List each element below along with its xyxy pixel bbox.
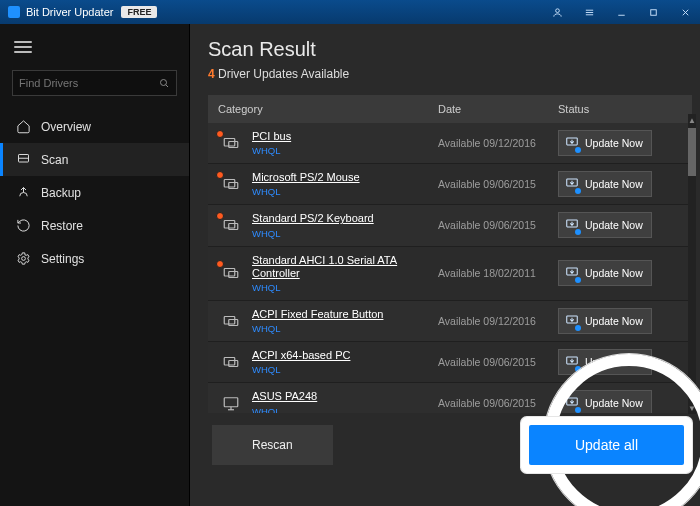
svg-rect-28	[224, 358, 235, 366]
update-now-button[interactable]: Update Now	[558, 390, 652, 413]
updates-count: 4	[208, 67, 215, 81]
settings-menu-icon[interactable]	[574, 0, 604, 24]
download-icon	[565, 313, 579, 329]
sidebar-item-label: Overview	[41, 120, 91, 134]
svg-rect-25	[224, 317, 235, 325]
sidebar-item-label: Restore	[41, 219, 83, 233]
download-icon	[565, 176, 579, 192]
driver-name-link[interactable]: Standard AHCI 1.0 Serial ATA Controller	[252, 254, 438, 280]
whql-label: WHQL	[252, 186, 438, 197]
update-now-button[interactable]: Update Now	[558, 212, 652, 238]
scan-icon	[16, 152, 31, 167]
footer-bar: Rescan Update all	[208, 425, 692, 465]
driver-name-link[interactable]: PCI bus	[252, 130, 438, 143]
driver-status: Update Now	[558, 308, 668, 334]
update-now-button[interactable]: Update Now	[558, 260, 652, 286]
driver-status: Update Now	[558, 171, 668, 197]
download-icon	[565, 265, 579, 281]
svg-rect-14	[229, 142, 238, 148]
updates-suffix: Driver Updates Available	[215, 67, 350, 81]
driver-name-link[interactable]: Microsoft PS/2 Mouse	[252, 171, 438, 184]
svg-point-0	[555, 8, 559, 12]
main-content: Scan Result 4 Driver Updates Available C…	[190, 24, 700, 506]
home-icon	[16, 119, 31, 134]
search-icon	[158, 77, 170, 89]
device-icon	[218, 310, 244, 332]
minimize-button[interactable]	[606, 0, 636, 24]
table-row: ACPI x64-based PCWHQLAvailable 09/06/201…	[208, 342, 692, 383]
table-row: Standard PS/2 KeyboardWHQLAvailable 09/0…	[208, 205, 692, 246]
whql-label: WHQL	[252, 282, 438, 293]
driver-name-link[interactable]: ACPI x64-based PC	[252, 349, 438, 362]
col-date: Date	[438, 103, 558, 115]
download-icon	[565, 395, 579, 411]
driver-date: Available 09/06/2015	[438, 397, 558, 409]
svg-rect-22	[224, 269, 235, 277]
sidebar-item-label: Settings	[41, 252, 84, 266]
driver-name-cell: ACPI Fixed Feature ButtonWHQL	[252, 308, 438, 334]
sidebar-item-backup[interactable]: Backup	[0, 176, 189, 209]
driver-status: Update Now	[558, 212, 668, 238]
scroll-thumb[interactable]	[688, 128, 696, 176]
close-button[interactable]	[670, 0, 700, 24]
search-input-wrapper[interactable]	[12, 70, 177, 96]
driver-date: Available 18/02/2011	[438, 267, 558, 279]
table-row: PCI busWHQLAvailable 09/12/2016Update No…	[208, 123, 692, 164]
svg-point-12	[22, 257, 26, 261]
table-body: PCI busWHQLAvailable 09/12/2016Update No…	[208, 123, 692, 413]
whql-label: WHQL	[252, 406, 438, 414]
driver-name-cell: Microsoft PS/2 MouseWHQL	[252, 171, 438, 197]
svg-point-8	[161, 80, 167, 86]
driver-table: Category Date Status PCI busWHQLAvailabl…	[208, 95, 692, 413]
sidebar: Overview Scan Backup Restore Settings	[0, 24, 190, 506]
sidebar-item-scan[interactable]: Scan	[0, 143, 189, 176]
update-now-button[interactable]: Update Now	[558, 349, 652, 375]
driver-name-cell: Standard AHCI 1.0 Serial ATA ControllerW…	[252, 254, 438, 293]
device-icon	[218, 262, 244, 284]
driver-name-link[interactable]: ACPI Fixed Feature Button	[252, 308, 438, 321]
driver-name-link[interactable]: Standard PS/2 Keyboard	[252, 212, 438, 225]
driver-status: Update Now	[558, 130, 668, 156]
rescan-button[interactable]: Rescan	[212, 425, 333, 465]
whql-label: WHQL	[252, 323, 438, 334]
app-logo-icon	[8, 6, 20, 18]
update-now-label: Update Now	[585, 356, 643, 368]
driver-name-link[interactable]: ASUS PA248	[252, 390, 438, 403]
table-row: Microsoft PS/2 MouseWHQLAvailable 09/06/…	[208, 164, 692, 205]
driver-date: Available 09/06/2015	[438, 219, 558, 231]
download-icon	[565, 135, 579, 151]
window-controls	[542, 0, 700, 24]
table-row: ACPI Fixed Feature ButtonWHQLAvailable 0…	[208, 301, 692, 342]
search-input[interactable]	[19, 77, 158, 89]
scrollbar[interactable]: ▲ ▼	[688, 114, 696, 414]
page-title: Scan Result	[208, 38, 692, 61]
scroll-down-icon[interactable]: ▼	[688, 402, 696, 414]
sidebar-item-overview[interactable]: Overview	[0, 110, 189, 143]
update-all-button[interactable]: Update all	[529, 425, 684, 465]
table-row: Standard AHCI 1.0 Serial ATA ControllerW…	[208, 247, 692, 301]
update-now-button[interactable]: Update Now	[558, 171, 652, 197]
driver-status: Update Now	[558, 349, 668, 375]
device-icon	[218, 173, 244, 195]
svg-rect-19	[224, 221, 235, 229]
col-status: Status	[558, 103, 668, 115]
scroll-up-icon[interactable]: ▲	[688, 114, 696, 126]
user-icon[interactable]	[542, 0, 572, 24]
driver-date: Available 09/12/2016	[438, 137, 558, 149]
driver-status: Update Now	[558, 390, 668, 413]
svg-rect-29	[229, 361, 238, 367]
sidebar-item-restore[interactable]: Restore	[0, 209, 189, 242]
sidebar-item-settings[interactable]: Settings	[0, 242, 189, 275]
driver-name-cell: ASUS PA248WHQL	[252, 390, 438, 413]
hamburger-menu-icon[interactable]	[0, 34, 189, 66]
driver-date: Available 09/06/2015	[438, 178, 558, 190]
svg-rect-17	[229, 183, 238, 189]
sidebar-item-label: Scan	[41, 153, 68, 167]
maximize-button[interactable]	[638, 0, 668, 24]
update-now-button[interactable]: Update Now	[558, 308, 652, 334]
update-now-label: Update Now	[585, 137, 643, 149]
svg-line-9	[166, 85, 168, 87]
svg-rect-5	[650, 9, 656, 15]
nav-list: Overview Scan Backup Restore Settings	[0, 110, 189, 275]
update-now-button[interactable]: Update Now	[558, 130, 652, 156]
